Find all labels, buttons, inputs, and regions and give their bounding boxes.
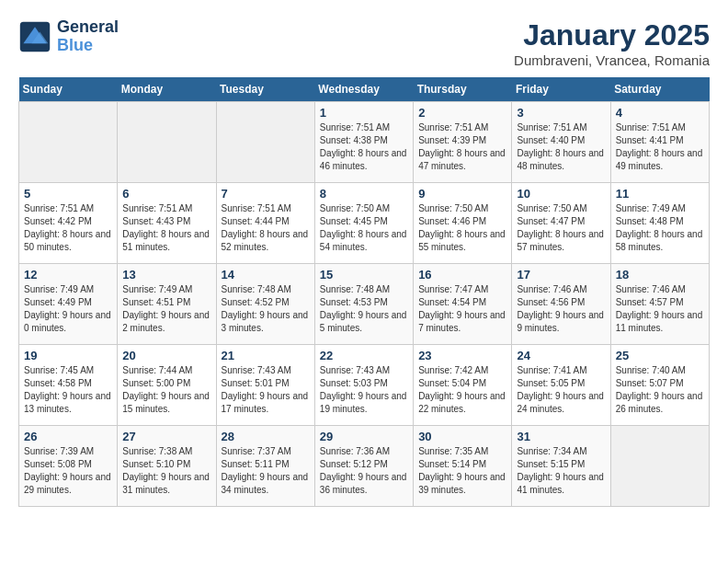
- day-number: 1: [320, 106, 408, 120]
- day-info: Sunrise: 7:50 AM Sunset: 4:45 PM Dayligh…: [320, 202, 408, 254]
- calendar-cell: 9Sunrise: 7:50 AM Sunset: 4:46 PM Daylig…: [414, 183, 512, 264]
- day-info: Sunrise: 7:46 AM Sunset: 4:56 PM Dayligh…: [517, 283, 605, 335]
- day-number: 10: [517, 187, 605, 201]
- day-number: 7: [222, 187, 310, 201]
- calendar-cell: 30Sunrise: 7:35 AM Sunset: 5:14 PM Dayli…: [414, 426, 512, 507]
- calendar-cell: 19Sunrise: 7:45 AM Sunset: 4:58 PM Dayli…: [19, 345, 118, 426]
- day-number: 21: [222, 349, 310, 362]
- day-info: Sunrise: 7:44 AM Sunset: 5:00 PM Dayligh…: [122, 364, 210, 416]
- day-number: 30: [418, 430, 506, 443]
- calendar-cell: 16Sunrise: 7:47 AM Sunset: 4:54 PM Dayli…: [414, 264, 512, 345]
- day-number: 20: [122, 349, 210, 362]
- day-number: 31: [517, 430, 605, 443]
- weekday-header-thursday: Thursday: [414, 77, 512, 102]
- calendar-cell: 5Sunrise: 7:51 AM Sunset: 4:42 PM Daylig…: [19, 183, 118, 264]
- calendar-cell: [610, 426, 709, 507]
- calendar-cell: 3Sunrise: 7:51 AM Sunset: 4:40 PM Daylig…: [512, 102, 610, 183]
- day-info: Sunrise: 7:51 AM Sunset: 4:39 PM Dayligh…: [418, 121, 506, 173]
- week-row-4: 26Sunrise: 7:39 AM Sunset: 5:08 PM Dayli…: [19, 426, 710, 507]
- day-info: Sunrise: 7:51 AM Sunset: 4:38 PM Dayligh…: [320, 121, 408, 173]
- calendar-subtitle: Dumbraveni, Vrancea, Romania: [514, 52, 710, 68]
- day-number: 3: [517, 106, 605, 120]
- day-info: Sunrise: 7:39 AM Sunset: 5:08 PM Dayligh…: [24, 445, 112, 497]
- day-number: 8: [320, 187, 408, 201]
- logo-line1: General: [57, 18, 119, 37]
- weekday-header-monday: Monday: [118, 77, 216, 102]
- weekday-header-friday: Friday: [512, 77, 610, 102]
- day-info: Sunrise: 7:46 AM Sunset: 4:57 PM Dayligh…: [616, 283, 704, 335]
- day-number: 27: [122, 430, 210, 443]
- calendar-cell: 10Sunrise: 7:50 AM Sunset: 4:47 PM Dayli…: [512, 183, 610, 264]
- calendar-cell: 26Sunrise: 7:39 AM Sunset: 5:08 PM Dayli…: [19, 426, 118, 507]
- day-info: Sunrise: 7:47 AM Sunset: 4:54 PM Dayligh…: [418, 283, 506, 335]
- calendar-cell: 28Sunrise: 7:37 AM Sunset: 5:11 PM Dayli…: [216, 426, 314, 507]
- day-info: Sunrise: 7:45 AM Sunset: 4:58 PM Dayligh…: [24, 364, 112, 416]
- calendar-cell: [118, 102, 216, 183]
- day-number: 4: [616, 106, 704, 120]
- day-number: 26: [24, 430, 112, 443]
- day-info: Sunrise: 7:41 AM Sunset: 5:05 PM Dayligh…: [517, 364, 605, 416]
- week-row-1: 5Sunrise: 7:51 AM Sunset: 4:42 PM Daylig…: [19, 183, 710, 264]
- calendar-cell: 17Sunrise: 7:46 AM Sunset: 4:56 PM Dayli…: [512, 264, 610, 345]
- calendar-cell: 21Sunrise: 7:43 AM Sunset: 5:01 PM Dayli…: [216, 345, 314, 426]
- calendar-cell: 4Sunrise: 7:51 AM Sunset: 4:41 PM Daylig…: [610, 102, 709, 183]
- day-number: 22: [320, 349, 408, 362]
- calendar-cell: 15Sunrise: 7:48 AM Sunset: 4:53 PM Dayli…: [314, 264, 413, 345]
- logo: General Blue: [18, 18, 119, 55]
- calendar-cell: 6Sunrise: 7:51 AM Sunset: 4:43 PM Daylig…: [118, 183, 216, 264]
- day-info: Sunrise: 7:36 AM Sunset: 5:12 PM Dayligh…: [320, 445, 408, 497]
- calendar-title: January 2025: [514, 18, 710, 52]
- calendar-cell: [216, 102, 314, 183]
- day-info: Sunrise: 7:49 AM Sunset: 4:48 PM Dayligh…: [616, 202, 704, 254]
- day-number: 9: [418, 187, 506, 201]
- calendar-cell: 2Sunrise: 7:51 AM Sunset: 4:39 PM Daylig…: [414, 102, 512, 183]
- weekday-header-sunday: Sunday: [19, 77, 118, 102]
- calendar-cell: 24Sunrise: 7:41 AM Sunset: 5:05 PM Dayli…: [512, 345, 610, 426]
- calendar-cell: 1Sunrise: 7:51 AM Sunset: 4:38 PM Daylig…: [314, 102, 413, 183]
- day-number: 28: [222, 430, 310, 443]
- day-number: 19: [24, 349, 112, 362]
- day-info: Sunrise: 7:51 AM Sunset: 4:41 PM Dayligh…: [616, 121, 704, 173]
- calendar-cell: 8Sunrise: 7:50 AM Sunset: 4:45 PM Daylig…: [314, 183, 413, 264]
- day-info: Sunrise: 7:40 AM Sunset: 5:07 PM Dayligh…: [616, 364, 704, 416]
- day-number: 13: [122, 268, 210, 282]
- day-info: Sunrise: 7:35 AM Sunset: 5:14 PM Dayligh…: [418, 445, 506, 497]
- calendar-table: SundayMondayTuesdayWednesdayThursdayFrid…: [18, 77, 710, 507]
- week-row-2: 12Sunrise: 7:49 AM Sunset: 4:49 PM Dayli…: [19, 264, 710, 345]
- day-info: Sunrise: 7:42 AM Sunset: 5:04 PM Dayligh…: [418, 364, 506, 416]
- calendar-cell: 12Sunrise: 7:49 AM Sunset: 4:49 PM Dayli…: [19, 264, 118, 345]
- calendar-cell: 7Sunrise: 7:51 AM Sunset: 4:44 PM Daylig…: [216, 183, 314, 264]
- day-info: Sunrise: 7:51 AM Sunset: 4:44 PM Dayligh…: [222, 202, 310, 254]
- day-info: Sunrise: 7:50 AM Sunset: 4:46 PM Dayligh…: [418, 202, 506, 254]
- day-info: Sunrise: 7:50 AM Sunset: 4:47 PM Dayligh…: [517, 202, 605, 254]
- day-info: Sunrise: 7:49 AM Sunset: 4:51 PM Dayligh…: [122, 283, 210, 335]
- day-number: 25: [616, 349, 704, 362]
- week-row-3: 19Sunrise: 7:45 AM Sunset: 4:58 PM Dayli…: [19, 345, 710, 426]
- day-number: 23: [418, 349, 506, 362]
- calendar-cell: 29Sunrise: 7:36 AM Sunset: 5:12 PM Dayli…: [314, 426, 413, 507]
- logo-text: General Blue: [57, 18, 119, 55]
- day-info: Sunrise: 7:51 AM Sunset: 4:40 PM Dayligh…: [517, 121, 605, 173]
- weekday-header-saturday: Saturday: [610, 77, 709, 102]
- day-info: Sunrise: 7:43 AM Sunset: 5:01 PM Dayligh…: [222, 364, 310, 416]
- day-info: Sunrise: 7:37 AM Sunset: 5:11 PM Dayligh…: [222, 445, 310, 497]
- day-number: 17: [517, 268, 605, 282]
- day-number: 18: [616, 268, 704, 282]
- page-header: General Blue January 2025 Dumbraveni, Vr…: [18, 18, 710, 68]
- week-row-0: 1Sunrise: 7:51 AM Sunset: 4:38 PM Daylig…: [19, 102, 710, 183]
- calendar-cell: 14Sunrise: 7:48 AM Sunset: 4:52 PM Dayli…: [216, 264, 314, 345]
- calendar-cell: 11Sunrise: 7:49 AM Sunset: 4:48 PM Dayli…: [610, 183, 709, 264]
- day-number: 5: [24, 187, 112, 201]
- day-info: Sunrise: 7:51 AM Sunset: 4:42 PM Dayligh…: [24, 202, 112, 254]
- weekday-header-row: SundayMondayTuesdayWednesdayThursdayFrid…: [19, 77, 710, 102]
- calendar-cell: 31Sunrise: 7:34 AM Sunset: 5:15 PM Dayli…: [512, 426, 610, 507]
- day-number: 2: [418, 106, 506, 120]
- weekday-header-tuesday: Tuesday: [216, 77, 314, 102]
- day-number: 24: [517, 349, 605, 362]
- day-info: Sunrise: 7:43 AM Sunset: 5:03 PM Dayligh…: [320, 364, 408, 416]
- calendar-cell: 20Sunrise: 7:44 AM Sunset: 5:00 PM Dayli…: [118, 345, 216, 426]
- calendar-cell: 25Sunrise: 7:40 AM Sunset: 5:07 PM Dayli…: [610, 345, 709, 426]
- calendar-cell: 23Sunrise: 7:42 AM Sunset: 5:04 PM Dayli…: [414, 345, 512, 426]
- day-number: 15: [320, 268, 408, 282]
- day-info: Sunrise: 7:38 AM Sunset: 5:10 PM Dayligh…: [122, 445, 210, 497]
